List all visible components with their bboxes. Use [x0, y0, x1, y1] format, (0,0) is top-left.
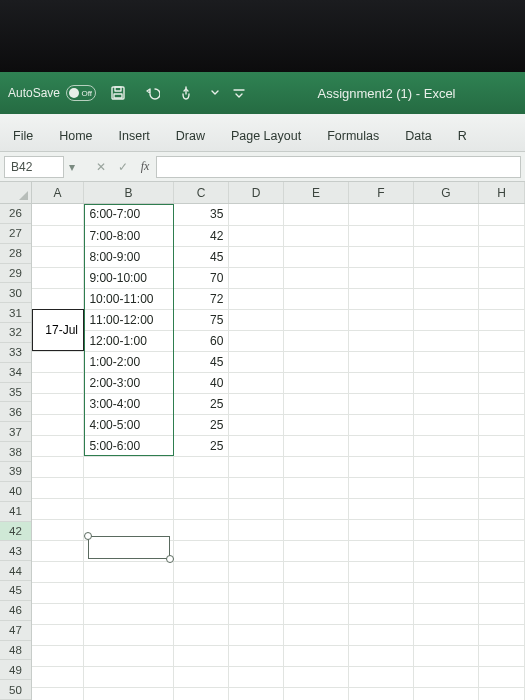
- cell-A30[interactable]: [32, 288, 84, 309]
- cell-D42[interactable]: [229, 540, 284, 561]
- cell-C28[interactable]: 45: [174, 246, 229, 267]
- cell-E37[interactable]: [284, 435, 349, 456]
- row-header-44[interactable]: 44: [0, 561, 31, 581]
- cell-H27[interactable]: [478, 225, 524, 246]
- cell-A36[interactable]: [32, 414, 84, 435]
- merged-date-cell[interactable]: 17-Jul: [32, 309, 84, 351]
- column-header-D[interactable]: D: [229, 182, 284, 203]
- cell-A34[interactable]: [32, 372, 84, 393]
- flowchart-shape[interactable]: [88, 536, 170, 559]
- cell-C30[interactable]: 72: [174, 288, 229, 309]
- cell-H34[interactable]: [478, 372, 524, 393]
- cell-F48[interactable]: [349, 666, 414, 687]
- cell-C41[interactable]: [174, 519, 229, 540]
- cell-F37[interactable]: [349, 435, 414, 456]
- cell-A49[interactable]: [32, 687, 84, 700]
- column-header-B[interactable]: B: [84, 182, 174, 203]
- cell-D46[interactable]: [229, 624, 284, 645]
- cell-G46[interactable]: [414, 624, 479, 645]
- cell-H46[interactable]: [478, 624, 524, 645]
- cell-E29[interactable]: [284, 267, 349, 288]
- cell-B44[interactable]: [84, 582, 174, 603]
- column-header-A[interactable]: A: [32, 182, 84, 203]
- cell-D40[interactable]: [229, 498, 284, 519]
- row-header-36[interactable]: 36: [0, 402, 31, 422]
- cell-A35[interactable]: [32, 393, 84, 414]
- cell-G27[interactable]: [414, 225, 479, 246]
- cell-G32[interactable]: [414, 330, 479, 351]
- cell-G37[interactable]: [414, 435, 479, 456]
- cell-A40[interactable]: [32, 498, 84, 519]
- cell-E30[interactable]: [284, 288, 349, 309]
- cell-D43[interactable]: [229, 561, 284, 582]
- cell-H49[interactable]: [478, 687, 524, 700]
- cell-F43[interactable]: [349, 561, 414, 582]
- cell-F46[interactable]: [349, 624, 414, 645]
- cell-D48[interactable]: [229, 666, 284, 687]
- cell-H39[interactable]: [478, 477, 524, 498]
- cell-A38[interactable]: [32, 456, 84, 477]
- cell-G35[interactable]: [414, 393, 479, 414]
- cell-D38[interactable]: [229, 456, 284, 477]
- cell-A27[interactable]: [32, 225, 84, 246]
- insert-function-icon[interactable]: fx: [134, 159, 156, 174]
- cell-B26[interactable]: 6:00-7:00: [84, 204, 174, 225]
- cell-C32[interactable]: 60: [174, 330, 229, 351]
- cell-G43[interactable]: [414, 561, 479, 582]
- cell-B33[interactable]: 1:00-2:00: [84, 351, 174, 372]
- cell-C33[interactable]: 45: [174, 351, 229, 372]
- cell-F44[interactable]: [349, 582, 414, 603]
- cell-H35[interactable]: [478, 393, 524, 414]
- cell-B40[interactable]: [84, 498, 174, 519]
- cell-G42[interactable]: [414, 540, 479, 561]
- cell-C40[interactable]: [174, 498, 229, 519]
- cell-grid[interactable]: 6:00-7:00357:00-8:00428:00-9:00459:00-10…: [32, 204, 525, 700]
- tab-insert[interactable]: Insert: [106, 119, 163, 151]
- cell-D33[interactable]: [229, 351, 284, 372]
- cell-E35[interactable]: [284, 393, 349, 414]
- column-header-E[interactable]: E: [284, 182, 349, 203]
- cell-G41[interactable]: [414, 519, 479, 540]
- cell-E40[interactable]: [284, 498, 349, 519]
- cell-F36[interactable]: [349, 414, 414, 435]
- cell-E49[interactable]: [284, 687, 349, 700]
- cell-H28[interactable]: [478, 246, 524, 267]
- cell-B48[interactable]: [84, 666, 174, 687]
- row-header-46[interactable]: 46: [0, 601, 31, 621]
- cell-B46[interactable]: [84, 624, 174, 645]
- cell-B28[interactable]: 8:00-9:00: [84, 246, 174, 267]
- cell-A46[interactable]: [32, 624, 84, 645]
- cell-F34[interactable]: [349, 372, 414, 393]
- cell-B39[interactable]: [84, 477, 174, 498]
- cell-F35[interactable]: [349, 393, 414, 414]
- cell-B43[interactable]: [84, 561, 174, 582]
- cell-G44[interactable]: [414, 582, 479, 603]
- row-header-39[interactable]: 39: [0, 462, 31, 482]
- cell-F27[interactable]: [349, 225, 414, 246]
- shape-handle-left[interactable]: [84, 532, 92, 540]
- column-header-C[interactable]: C: [174, 182, 229, 203]
- cell-D39[interactable]: [229, 477, 284, 498]
- cell-D41[interactable]: [229, 519, 284, 540]
- cell-D36[interactable]: [229, 414, 284, 435]
- row-header-40[interactable]: 40: [0, 482, 31, 502]
- cell-H48[interactable]: [478, 666, 524, 687]
- cell-A48[interactable]: [32, 666, 84, 687]
- cell-E47[interactable]: [284, 645, 349, 666]
- cell-F33[interactable]: [349, 351, 414, 372]
- row-header-42[interactable]: 42: [0, 522, 31, 542]
- cell-C47[interactable]: [174, 645, 229, 666]
- cell-F40[interactable]: [349, 498, 414, 519]
- cell-D26[interactable]: [229, 204, 284, 225]
- cell-A42[interactable]: [32, 540, 84, 561]
- cell-E42[interactable]: [284, 540, 349, 561]
- cell-E36[interactable]: [284, 414, 349, 435]
- cell-A29[interactable]: [32, 267, 84, 288]
- cell-G47[interactable]: [414, 645, 479, 666]
- touch-mode-icon[interactable]: [174, 81, 198, 105]
- cell-G40[interactable]: [414, 498, 479, 519]
- row-header-29[interactable]: 29: [0, 264, 31, 284]
- cell-F32[interactable]: [349, 330, 414, 351]
- cell-G31[interactable]: [414, 309, 479, 330]
- name-box-dropdown-icon[interactable]: ▾: [64, 160, 80, 174]
